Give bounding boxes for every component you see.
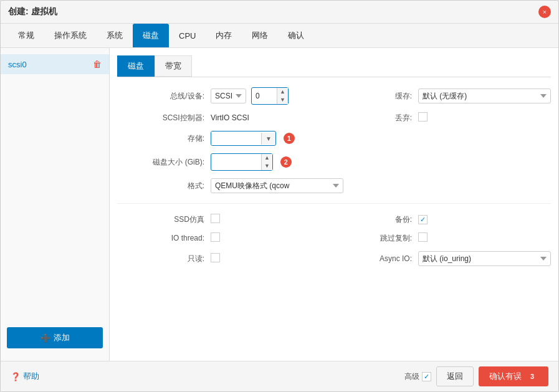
cancel-button[interactable]: 返回 [436, 366, 474, 386]
readonly-label: 只读: [117, 254, 211, 264]
discard-checkbox-wrap [418, 112, 551, 123]
content-tab-bandwidth[interactable]: 带宽 [155, 55, 192, 77]
content-tabs: 磁盘 带宽 [117, 55, 551, 77]
cache-select[interactable]: 默认 (无缓存) [418, 88, 551, 103]
dialog-title: 创建: 虚拟机 [8, 6, 57, 17]
plus-icon: ➕ [41, 333, 50, 343]
backup-checkbox[interactable] [418, 215, 428, 224]
advanced-check-wrap: 高级 [404, 371, 431, 382]
question-icon: ❓ [11, 372, 21, 381]
tab-navigation: 常规 操作系统 系统 磁盘 CPU 内存 网络 确认 [1, 24, 558, 48]
device-spinners: ▲ ▼ [277, 88, 288, 104]
cache-field-wrap: 默认 (无缓存) [418, 88, 551, 103]
disk-size-label: 磁盘大小 (GiB): [117, 157, 211, 168]
help-label: 帮助 [23, 371, 39, 382]
bus-device-row: SCSI ▲ ▼ [211, 87, 343, 105]
storage-row: Disk01 ▼ 1 [211, 131, 343, 146]
content-tab-disk[interactable]: 磁盘 [117, 55, 155, 77]
storage-input[interactable]: Disk01 [211, 131, 261, 145]
cache-label: 缓存: [343, 91, 418, 102]
sidebar-item-scsi0[interactable]: scsi0 🗑 [1, 54, 109, 74]
storage-label: 存储: [117, 133, 211, 144]
device-number-input[interactable] [252, 89, 277, 103]
storage-select-box: Disk01 ▼ [211, 131, 276, 146]
scsi-controller-value: VirtIO SCSI [211, 113, 343, 122]
io-thread-checkbox-wrap [211, 232, 343, 244]
format-select[interactable]: QEMU映像格式 (qcow [211, 178, 343, 193]
tab-general[interactable]: 常规 [8, 24, 44, 47]
submit-button[interactable]: 确认有误 3 [479, 366, 548, 386]
disk-form: 总线/设备: SCSI ▲ ▼ 缓存: [117, 87, 551, 266]
skip-replicate-label: 跳过复制: [343, 233, 418, 244]
discard-label: 丢弃: [343, 113, 418, 123]
submit-label: 确认有误 [489, 371, 522, 382]
storage-dropdown-btn[interactable]: ▼ [261, 133, 275, 145]
async-io-field-wrap: 默认 (io_uring) [418, 251, 551, 266]
storage-badge: 1 [284, 133, 295, 144]
submit-badge: 3 [527, 371, 538, 382]
discard-checkbox[interactable] [418, 112, 428, 122]
readonly-checkbox-wrap [211, 253, 343, 264]
advanced-checkbox[interactable] [422, 372, 431, 381]
scsi-controller-label: SCSI控制器: [117, 113, 211, 123]
ssd-checkbox[interactable] [211, 214, 220, 223]
disk-size-spin-up[interactable]: ▲ [262, 154, 272, 162]
io-thread-label: IO thread: [117, 234, 211, 242]
disk-size-badge: 2 [280, 156, 292, 168]
device-number-wrap: ▲ ▼ [251, 87, 289, 105]
backup-label: 备份: [343, 214, 418, 225]
tab-confirm[interactable]: 确认 [278, 24, 314, 47]
ssd-label: SSD仿真 [117, 214, 211, 225]
disk-size-spin-down[interactable]: ▼ [262, 162, 272, 170]
disk-size-row: 300 ▲ ▼ 2 [211, 153, 343, 171]
bus-select[interactable]: SCSI [211, 88, 246, 103]
tab-system[interactable]: 系统 [97, 24, 133, 47]
content-area: 磁盘 带宽 总线/设备: SCSI ▲ ▼ [110, 48, 558, 361]
sidebar-item-label: scsi0 [8, 60, 27, 69]
close-button[interactable]: × [538, 6, 551, 18]
help-button[interactable]: ❓ 帮助 [11, 371, 39, 382]
sidebar-delete-button[interactable]: 🗑 [93, 59, 102, 69]
format-label: 格式: [117, 181, 211, 191]
dialog-header: 创建: 虚拟机 × [1, 1, 558, 24]
skip-replicate-checkbox[interactable] [418, 232, 428, 242]
tab-cpu[interactable]: CPU [169, 25, 206, 47]
dialog-footer: ❓ 帮助 高级 返回 确认有误 3 [1, 361, 558, 391]
backup-checkbox-wrap [418, 214, 551, 224]
bus-device-label: 总线/设备: [117, 91, 211, 102]
ssd-checkbox-wrap [211, 214, 343, 225]
device-spin-up[interactable]: ▲ [277, 88, 288, 96]
add-label: 添加 [54, 332, 70, 343]
device-spin-down[interactable]: ▼ [277, 96, 288, 104]
io-thread-checkbox[interactable] [211, 232, 220, 242]
footer-left: ❓ 帮助 [11, 371, 39, 382]
skip-replicate-checkbox-wrap [418, 232, 551, 244]
async-io-label: Async IO: [343, 254, 418, 263]
tab-disk[interactable]: 磁盘 [133, 24, 169, 47]
readonly-checkbox[interactable] [211, 253, 220, 262]
async-io-select[interactable]: 默认 (io_uring) [418, 251, 551, 266]
tab-memory[interactable]: 内存 [206, 24, 242, 47]
format-field-wrap: QEMU映像格式 (qcow [211, 178, 343, 193]
footer-right: 高级 返回 确认有误 3 [404, 366, 548, 386]
add-disk-button[interactable]: ➕ 添加 [7, 327, 103, 348]
sidebar: scsi0 🗑 ➕ 添加 [1, 48, 110, 361]
create-vm-dialog: 创建: 虚拟机 × 常规 操作系统 系统 磁盘 CPU 内存 网络 确认 scs… [0, 0, 559, 392]
tab-os[interactable]: 操作系统 [44, 24, 97, 47]
separator [117, 203, 551, 204]
disk-size-input[interactable]: 300 [211, 155, 261, 169]
tab-network[interactable]: 网络 [242, 24, 278, 47]
advanced-label: 高级 [404, 371, 419, 382]
disk-size-wrap: 300 ▲ ▼ [211, 153, 273, 171]
disk-size-spinners: ▲ ▼ [261, 154, 272, 170]
dialog-body: scsi0 🗑 ➕ 添加 磁盘 带宽 总线/设备: [1, 48, 558, 361]
